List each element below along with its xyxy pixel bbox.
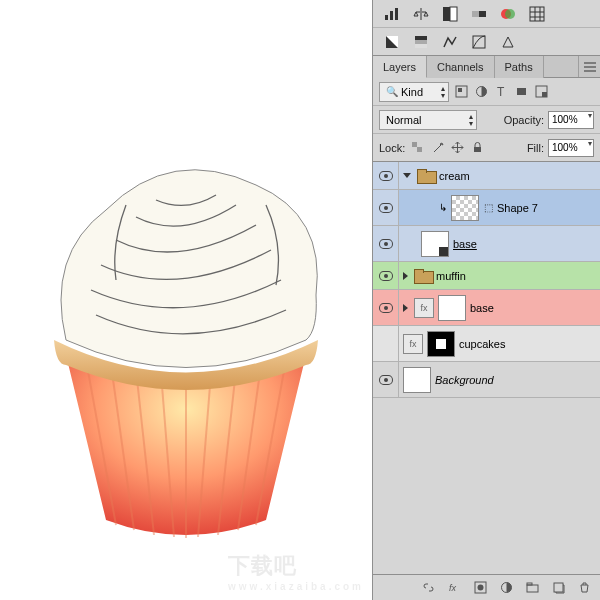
visibility-toggle[interactable]	[373, 362, 399, 397]
lock-transparency-icon[interactable]	[409, 140, 425, 156]
svg-rect-46	[527, 583, 532, 585]
filter-adjustment-icon[interactable]	[473, 84, 489, 100]
folder-icon	[414, 269, 432, 282]
invert-icon[interactable]	[383, 33, 401, 51]
gradient-map-icon[interactable]	[470, 5, 488, 23]
adjustment-icon-row-1	[373, 0, 600, 28]
svg-rect-25	[415, 36, 427, 40]
new-adjustment-icon[interactable]	[498, 580, 514, 596]
lock-label: Lock:	[379, 142, 405, 154]
curves2-icon[interactable]	[470, 33, 488, 51]
opacity-input[interactable]: 100% ▾	[548, 111, 594, 129]
layer-base-cream[interactable]: base	[373, 226, 600, 262]
filter-kind-select[interactable]: 🔍 Kind ▴▾	[379, 82, 449, 102]
filter-shape-icon[interactable]	[513, 84, 529, 100]
eye-icon	[379, 171, 393, 181]
filter-type-icon[interactable]: T	[493, 84, 509, 100]
svg-rect-18	[530, 7, 544, 21]
svg-rect-32	[458, 88, 462, 92]
lock-pixels-icon[interactable]	[429, 140, 445, 156]
layer-style-icon[interactable]: fx	[446, 580, 462, 596]
clip-indicator-icon: ↳	[439, 202, 447, 213]
lock-position-icon[interactable]	[449, 140, 465, 156]
layer-base-red[interactable]: base	[373, 290, 600, 326]
lock-all-icon[interactable]	[469, 140, 485, 156]
svg-point-43	[477, 585, 483, 591]
mask-thumbnail[interactable]	[427, 331, 455, 357]
layer-thumbnail[interactable]	[421, 231, 449, 257]
adjustment-icon-row-2	[373, 28, 600, 56]
blend-mode-row: Normal ▴▾ Opacity: 100% ▾	[373, 106, 600, 134]
layer-name: Background	[435, 374, 494, 386]
svg-text:T: T	[497, 85, 505, 98]
posterize-icon[interactable]	[412, 33, 430, 51]
visibility-toggle[interactable]	[373, 190, 399, 225]
layer-shape-7[interactable]: ↳ ⬚ Shape 7	[373, 190, 600, 226]
eye-icon	[379, 375, 393, 385]
svg-rect-40	[474, 147, 481, 152]
filter-smart-icon[interactable]	[533, 84, 549, 100]
fx-thumbnail[interactable]	[414, 298, 434, 318]
tab-paths[interactable]: Paths	[495, 56, 544, 78]
fill-input[interactable]: 100% ▾	[548, 139, 594, 157]
fill-label: Fill:	[527, 142, 544, 154]
blend-mode-select[interactable]: Normal ▴▾	[379, 110, 477, 130]
layer-thumbnail[interactable]	[451, 195, 479, 221]
add-mask-icon[interactable]	[472, 580, 488, 596]
svg-point-17	[505, 9, 515, 19]
threshold2-icon[interactable]	[441, 33, 459, 51]
document-canvas[interactable]: 下载吧 www.xiazaiba.com	[0, 0, 372, 600]
tab-layers[interactable]: Layers	[373, 56, 427, 78]
disclosure-icon[interactable]	[403, 272, 408, 280]
layer-background[interactable]: Background	[373, 362, 600, 398]
layer-thumbnail[interactable]	[438, 295, 466, 321]
visibility-toggle[interactable]	[373, 326, 399, 361]
balance-icon[interactable]	[412, 5, 430, 23]
visibility-toggle[interactable]	[373, 226, 399, 261]
blend-mode-value: Normal	[386, 114, 421, 126]
levels-icon[interactable]	[383, 5, 401, 23]
link-icon[interactable]: ⬚	[483, 202, 493, 213]
panel-column: Layers Channels Paths 🔍 Kind ▴▾ T Normal…	[372, 0, 600, 600]
layer-thumbnail[interactable]	[403, 367, 431, 393]
opacity-label: Opacity:	[504, 114, 544, 126]
layer-name: Shape 7	[497, 202, 538, 214]
watermark-text: 下载吧	[228, 553, 297, 578]
vibrance-icon[interactable]	[499, 33, 517, 51]
svg-rect-27	[473, 36, 485, 48]
svg-rect-39	[417, 147, 422, 152]
filter-pixel-icon[interactable]	[453, 84, 469, 100]
watermark: 下载吧 www.xiazaiba.com	[228, 551, 364, 592]
disclosure-icon[interactable]	[403, 304, 408, 312]
fill-value: 100%	[552, 142, 578, 153]
delete-layer-icon[interactable]	[576, 580, 592, 596]
layer-name: base	[470, 302, 494, 314]
visibility-toggle[interactable]	[373, 262, 399, 289]
svg-rect-9	[385, 15, 388, 20]
panel-menu-button[interactable]	[578, 56, 600, 77]
svg-rect-45	[527, 585, 538, 592]
layer-cupcakes[interactable]: cupcakes	[373, 326, 600, 362]
folder-icon	[417, 169, 435, 182]
new-group-icon[interactable]	[524, 580, 540, 596]
link-layers-icon[interactable]	[420, 580, 436, 596]
fx-thumbnail[interactable]	[403, 334, 423, 354]
layer-name: base	[453, 238, 477, 250]
color-lookup-icon[interactable]	[528, 5, 546, 23]
panel-tabs: Layers Channels Paths	[373, 56, 600, 78]
tab-channels[interactable]: Channels	[427, 56, 494, 78]
layers-list: cream ↳ ⬚ Shape 7 base muffi	[373, 162, 600, 574]
layer-group-muffin[interactable]: muffin	[373, 262, 600, 290]
visibility-toggle[interactable]	[373, 290, 399, 325]
layer-name: cream	[439, 170, 470, 182]
new-layer-icon[interactable]	[550, 580, 566, 596]
threshold-icon[interactable]	[441, 5, 459, 23]
disclosure-icon[interactable]	[403, 173, 411, 178]
selective-color-icon[interactable]	[499, 5, 517, 23]
svg-rect-11	[395, 8, 398, 20]
visibility-toggle[interactable]	[373, 162, 399, 189]
svg-rect-13	[450, 7, 457, 21]
watermark-url: www.xiazaiba.com	[228, 581, 364, 592]
layer-filter-row: 🔍 Kind ▴▾ T	[373, 78, 600, 106]
layer-group-cream[interactable]: cream	[373, 162, 600, 190]
